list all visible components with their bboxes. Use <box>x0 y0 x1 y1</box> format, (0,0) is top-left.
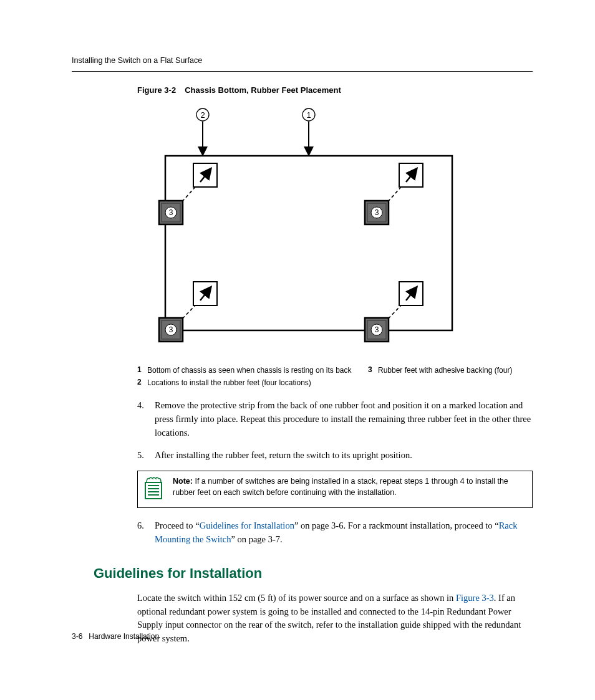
heading-guidelines: Guidelines for Installation <box>94 565 533 582</box>
step-4: 4. Remove the protective strip from the … <box>137 399 533 439</box>
svg-rect-33 <box>145 482 162 499</box>
note-text: Note: If a number of switches are being … <box>173 476 526 502</box>
rubber-foot-icon: 3 <box>365 318 389 342</box>
figure-title: Chassis Bottom, Rubber Feet Placement <box>185 85 341 95</box>
guidelines-paragraph: Locate the switch within 152 cm (5 ft) o… <box>137 592 533 646</box>
page-footer: 3-6 Hardware Installation <box>72 632 159 641</box>
link-figure-3-3[interactable]: Figure 3-3 <box>456 593 494 603</box>
legend-item: 2 Locations to install the rubber feet (… <box>137 378 356 388</box>
svg-text:3: 3 <box>168 325 173 334</box>
figure-legend: 1 Bottom of chassis as seen when chassis… <box>137 365 533 388</box>
rubber-foot-icon: 3 <box>159 318 183 342</box>
link-guidelines[interactable]: Guidelines for Installation <box>200 520 294 530</box>
figure-caption: Figure 3-2Chassis Bottom, Rubber Feet Pl… <box>137 85 533 95</box>
svg-text:3: 3 <box>168 208 173 217</box>
rubber-foot-icon: 3 <box>159 201 183 224</box>
note-icon <box>144 476 164 502</box>
legend-item: 3 Rubber feet with adhesive backing (fou… <box>368 365 543 375</box>
svg-text:3: 3 <box>374 325 379 334</box>
legend-item: 1 Bottom of chassis as seen when chassis… <box>137 365 356 375</box>
note-box: Note: If a number of switches are being … <box>137 471 533 508</box>
callout-2: 2 <box>200 110 205 120</box>
figure-diagram: 2 1 <box>72 101 533 353</box>
step-5: 5. After installing the rubber feet, ret… <box>137 449 533 463</box>
figure-label: Figure 3-2 <box>137 85 176 95</box>
rubber-foot-icon: 3 <box>365 201 389 224</box>
callout-1: 1 <box>306 110 311 120</box>
step-6: 6. Proceed to “Guidelines for Installati… <box>137 519 533 547</box>
section-header: Installing the Switch on a Flat Surface <box>72 56 533 72</box>
svg-text:3: 3 <box>374 208 379 217</box>
